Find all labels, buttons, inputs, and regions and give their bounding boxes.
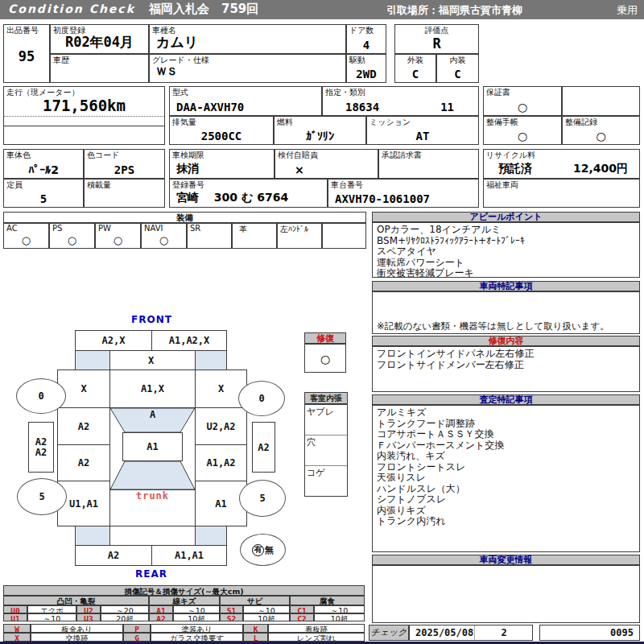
equipment-cell-extra (322, 223, 366, 249)
spare-no: 無 (265, 544, 274, 556)
legend-value: エクボ (27, 605, 76, 613)
capacity-value: 5 (4, 192, 83, 205)
displacement-box: 排気量 2500CC (169, 116, 274, 145)
assessment-line: シフトノブスレ (377, 494, 635, 506)
legend-group: 腐食 (290, 596, 365, 605)
capacity-label: 定員 (6, 180, 23, 191)
empty-box (562, 86, 640, 116)
chassis-number-label: 車台番号 (331, 180, 363, 191)
check-label: チェック (369, 625, 409, 641)
equipment-value: ○ (4, 234, 48, 246)
fuel-box: 燃料 ｶﾞｿﾘﾝ (274, 116, 366, 145)
legend-code: U1 (3, 613, 27, 621)
appeal-line: 運転席パワーシート (377, 258, 635, 269)
legend-code: P (123, 624, 151, 633)
legend-row-2: U1 ～10 U3 20超 A2 10超 S2 10超 C2 10超 (3, 613, 365, 621)
panel-rear-door-left: A2 (57, 444, 110, 481)
exterior-value: C (395, 68, 436, 80)
chassis-number-value: AXVH70-1061007 (328, 192, 478, 205)
panel-rear-bumper-right: A1,A1 (151, 545, 227, 566)
load-box: 積載量 (84, 179, 165, 208)
legend-code: C2 (290, 613, 314, 621)
legend-value: 10超 (243, 613, 290, 621)
assessment-line: Ｆバンパーホースメント交換 (377, 440, 635, 452)
doors-box: ドア数 4 (346, 24, 386, 54)
maintenance-book-box: 整備手帳 ○ (483, 116, 562, 145)
registration-number-value: 宮崎 300 む 6764 (170, 191, 327, 205)
divider (4, 126, 164, 126)
repair-flag-mark: ○ (305, 353, 345, 365)
class-value-1: 18634 (339, 101, 379, 114)
repair-flag-header: 修復 (304, 332, 346, 344)
welfare-label: 福祉車両 (486, 180, 518, 191)
equipment-label: PS (52, 224, 62, 233)
legend-row-1: U0 エクボ U2 ～20 A1 ～10 S1 ～10 C1 ～10 (3, 605, 365, 613)
vehicle-notes-header: 車両特記事項 (372, 281, 640, 291)
assessment-line: 天張りスレ (377, 473, 635, 484)
legend-group: サビ (220, 596, 290, 605)
panel-side-left: A2 A2 (28, 422, 54, 473)
legend-value: ～10 (27, 613, 76, 621)
legend-code: U3 (76, 613, 101, 621)
legend-code: U0 (3, 605, 27, 613)
legend-row-3: W 板金あり P 塗装あり K 看板跡 (3, 624, 365, 633)
legend-value: レンズ割れ (268, 633, 365, 642)
appeal-body: OPカラー、18インチアルミ BSM+ﾘﾔｸﾛｽﾄﾗﾌｨｯｸｱﾗｰﾄ+ｵｰﾄﾌﾞ… (372, 222, 640, 278)
displacement-value: 2500CC (170, 130, 273, 142)
panel-front-bumper-right: A1,A2,X (151, 330, 227, 351)
legend-value: 10超 (314, 613, 365, 621)
model-code-box: 型式 DAA-AXVH70 (169, 86, 322, 116)
drive-value: 2WD (347, 68, 386, 80)
inspection-box: 車検期限 抹消 (169, 149, 275, 179)
rear-label: REAR (135, 568, 167, 580)
grade-box: グレード・仕様 ＷＳ (149, 54, 346, 83)
divider (4, 116, 164, 117)
equipment-title: 装備 (3, 212, 366, 223)
assessment-body: アルミキズ トランクフード調整跡 コアサポートＡＳＳＹ交換 Ｆバンパーホースメン… (372, 405, 640, 552)
equipment-value: ○ (96, 234, 140, 246)
registration-number-label: 登録番号 (172, 180, 204, 191)
panel-quarter-left: U1,A1 (57, 481, 110, 526)
class-value-2: 11 (434, 101, 454, 114)
equipment-label: PW (98, 224, 111, 233)
legend-code: U2 (76, 605, 101, 613)
capacity-box: 定員 5 (3, 179, 84, 208)
equipment-cell-navi: NAVI○ (141, 223, 187, 249)
assessment-line: トランクフード調整跡 (377, 419, 635, 430)
color-code-label: 色コード (87, 150, 119, 161)
legend-group: 凸凹・亀裂 (3, 596, 149, 605)
assessment-line: コアサポートＡＳＳＹ交換 (377, 429, 635, 440)
headlight-right (195, 350, 227, 370)
model-name-box: 車種名 カムリ (149, 24, 346, 54)
appeal-line: BSM+ﾘﾔｸﾛｽﾄﾗﾌｨｯｸｱﾗｰﾄ+ｵｰﾄﾌﾞﾚｰｷ (377, 236, 635, 247)
model-code-value: DAA-AXVH70 (170, 101, 321, 114)
chassis-number-box: 車台番号 AXVH70-1061007 (328, 179, 479, 208)
equipment-label: 革 (239, 224, 247, 235)
check-date: 2025/05/08 (415, 625, 473, 640)
panel-hood: A1,X (109, 369, 196, 408)
approval-label: 承認請求書 (382, 150, 422, 161)
tire-rear-left: 5 (17, 478, 67, 515)
brand-logo: Condition Check (8, 2, 135, 15)
repair-flag-box: ○ (304, 344, 346, 373)
legend-value: ～10 (243, 605, 290, 613)
equipment-label: 左ﾊﾝﾄﾞﾙ (280, 224, 308, 235)
appeal-line: スペアタイヤ (377, 246, 635, 258)
history-label: 車歴 (53, 55, 69, 66)
legend-group: 線キズ (149, 596, 220, 605)
panel-trunk: trunk (109, 489, 196, 526)
legend-code: C1 (290, 605, 314, 613)
check-date-box: 2025/05/08 2 (409, 625, 533, 641)
legend-code: S1 (220, 605, 243, 613)
assessment-line: 内張りキズ (377, 506, 635, 517)
cabin-lining-header: 客室内張 (304, 392, 348, 404)
body-color-value: ﾊﾟｰﾙ2 (4, 163, 83, 176)
legend-code: X (3, 633, 31, 642)
cabin-row-tear: ヤブレ (305, 405, 347, 436)
legend-value: ～20 (101, 605, 149, 613)
insurance-value: × (275, 163, 378, 176)
repair-details-header: 修復内容 (372, 336, 640, 346)
mileage-value: 171,560km (4, 97, 164, 114)
mileage-box: 走行（現メーター） 171,560km (3, 86, 165, 145)
pickup-location: 引取場所：福岡県古賀市青柳 (386, 3, 522, 18)
